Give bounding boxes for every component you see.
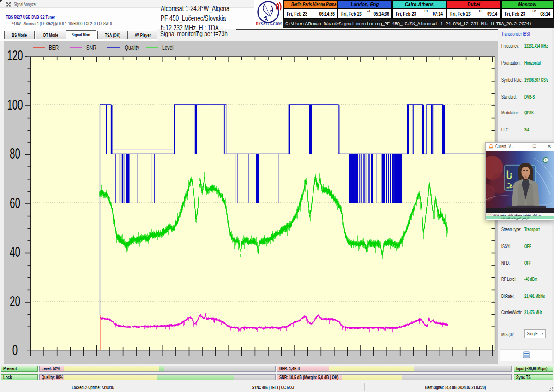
svg-text:DXSATCS.COM: DXSATCS.COM bbox=[256, 21, 282, 26]
svg-text:0: 0 bbox=[12, 342, 18, 358]
svg-text:٢٤:٣٦: ٢٤:٣٦ bbox=[487, 213, 493, 216]
svg-text:َةـ: َةـ bbox=[506, 182, 513, 190]
svg-text:نا: نا bbox=[506, 169, 512, 181]
svg-text:100: 100 bbox=[7, 97, 23, 113]
svg-text:40: 40 bbox=[10, 244, 20, 260]
svg-text:60: 60 bbox=[10, 195, 20, 211]
svg-text:الرئيس الموريتاني يثني على: الرئيس الموريتاني يثني على bbox=[501, 216, 529, 220]
svg-text:120: 120 bbox=[7, 48, 23, 63]
svg-text:20: 20 bbox=[10, 293, 20, 309]
svg-text:80: 80 bbox=[10, 146, 20, 161]
